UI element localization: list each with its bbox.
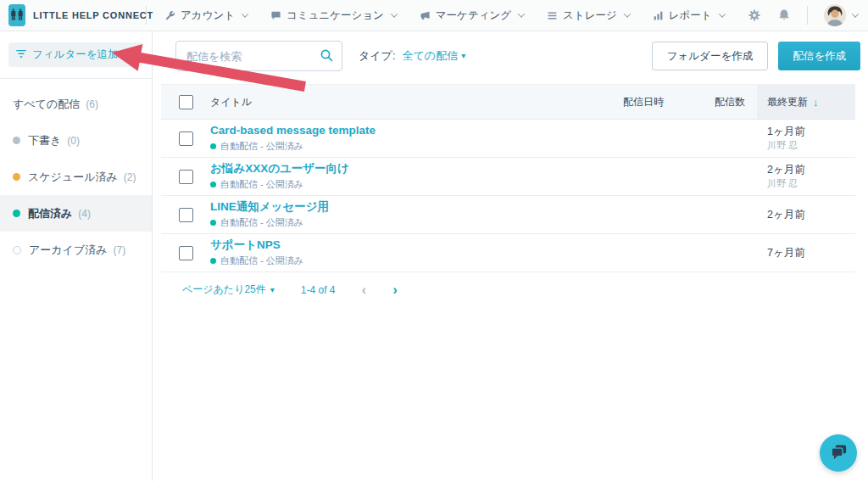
sidebar-item-label: すべての配信 [13, 97, 80, 112]
row-checkbox[interactable] [179, 208, 193, 222]
table-row[interactable]: サポートNPS自動配信 - 公開済み7ヶ月前 [161, 234, 855, 272]
chevron-down-icon [852, 10, 859, 17]
sort-descending-icon: ↓ [813, 96, 819, 109]
published-dot-icon [210, 143, 216, 149]
pagination: ページあたり25件 ▾ 1-4 of 4 ‹ › [182, 282, 868, 297]
sidebar-item-archived[interactable]: アーカイブ済み(7) [0, 232, 152, 268]
type-filter-value: 全ての配信 [403, 48, 459, 64]
table-row[interactable]: お悩みXXXのユーザー向け自動配信 - 公開済み2ヶ月前川野 忍 [161, 158, 855, 196]
delivery-title-link[interactable]: サポートNPS [210, 238, 613, 253]
nav-item-label: マーケティング [436, 8, 511, 23]
delivery-status-label: 自動配信 - 公開済み [220, 254, 303, 267]
topbar: LITTLE HELP CONNECT アカウントコミュニケーションマーケティン… [0, 0, 868, 31]
row-checkbox[interactable] [179, 131, 193, 146]
settings-gear-icon[interactable] [748, 8, 761, 22]
filter-area: フィルターを追加 (1) [0, 31, 152, 78]
title-cell: Card-based message template自動配信 - 公開済み [210, 124, 613, 153]
storage-icon [547, 10, 558, 21]
delivery-status: 自動配信 - 公開済み [210, 216, 613, 229]
wrench-icon [164, 10, 175, 21]
user-avatar[interactable] [824, 4, 846, 26]
sidebar-item-count: (6) [86, 98, 98, 110]
delivery-status: 自動配信 - 公開済み [210, 140, 613, 153]
sidebar-item-count: (0) [67, 135, 80, 147]
table-row[interactable]: Card-based message template自動配信 - 公開済み1ヶ… [161, 120, 855, 158]
report-icon [653, 10, 664, 21]
table-body: Card-based message template自動配信 - 公開済み1ヶ… [161, 120, 855, 272]
title-cell: LINE通知メッセージ用自動配信 - 公開済み [210, 200, 613, 229]
nav-item-report[interactable]: レポート [653, 8, 725, 23]
delivery-title-link[interactable]: お悩みXXXのユーザー向け [210, 162, 613, 176]
type-filter-label: タイプ: [359, 48, 396, 64]
sidebar-item-count: (4) [78, 208, 91, 220]
column-header-delivery-count[interactable]: 配信数 [704, 95, 757, 109]
status-dot-icon [13, 210, 20, 217]
chevron-down-icon [242, 10, 248, 17]
chevron-down-icon [718, 10, 725, 17]
chevron-down-icon [624, 10, 631, 17]
delivery-status: 自動配信 - 公開済み [210, 178, 613, 191]
sidebar-item-all[interactable]: すべての配信(6) [0, 86, 152, 122]
search-input[interactable] [175, 41, 342, 71]
select-all-checkbox[interactable] [179, 95, 193, 109]
sidebar-item-scheduled[interactable]: スケジュール済み(2) [0, 159, 152, 195]
delivery-status-label: 自動配信 - 公開済み [220, 140, 303, 153]
nav-item-storage[interactable]: ストレージ [547, 8, 630, 23]
caret-down-icon: ▾ [270, 286, 275, 294]
status-dot-icon [13, 246, 21, 254]
column-header-delivery-date[interactable]: 配信日時 [613, 95, 704, 109]
updated-author: 川野 忍 [767, 139, 855, 151]
sidebar-item-label: スケジュール済み [28, 170, 118, 185]
search-icon[interactable] [320, 48, 334, 66]
next-page-button[interactable]: › [392, 282, 398, 297]
last-updated-cell: 2ヶ月前 [757, 208, 855, 221]
topbar-divider [146, 6, 147, 25]
chat-bubbles-icon [829, 442, 849, 465]
updated-when: 2ヶ月前 [767, 163, 855, 176]
per-page-dropdown[interactable]: ページあたり25件 ▾ [182, 282, 275, 297]
column-header-title[interactable]: タイトル [210, 95, 613, 109]
prev-page-button[interactable]: ‹ [362, 282, 367, 297]
title-cell: サポートNPS自動配信 - 公開済み [210, 238, 613, 267]
app-logo-icon[interactable] [8, 4, 25, 26]
nav-item-communication[interactable]: コミュニケーション [270, 8, 397, 23]
row-checkbox[interactable] [179, 170, 193, 184]
delivery-title-link[interactable]: Card-based message template [210, 124, 613, 138]
sidebar-item-label: 配信済み [28, 206, 72, 221]
table-row[interactable]: LINE通知メッセージ用自動配信 - 公開済み2ヶ月前 [161, 196, 855, 234]
nav-item-label: ストレージ [563, 8, 617, 23]
toolbar: タイプ: 全ての配信 ▾ フォルダーを作成 配信を作成 [153, 41, 868, 71]
delivery-title-link[interactable]: LINE通知メッセージ用 [210, 200, 613, 215]
type-filter-dropdown[interactable]: 全ての配信 ▾ [403, 48, 466, 64]
notifications-bell-icon[interactable] [777, 8, 791, 22]
chevron-down-icon [391, 10, 398, 17]
nav-item-account[interactable]: アカウント [164, 8, 248, 23]
page-range: 1-4 of 4 [301, 284, 336, 296]
published-dot-icon [210, 220, 216, 226]
chat-icon [270, 10, 281, 21]
nav-item-label: レポート [669, 8, 712, 23]
title-cell: お悩みXXXのユーザー向け自動配信 - 公開済み [210, 162, 613, 191]
chat-widget-button[interactable] [820, 434, 857, 472]
delivery-table: タイトル 配信日時 配信数 最終更新 ↓ Card-based message … [161, 84, 855, 272]
topbar-right [748, 4, 868, 26]
published-dot-icon [210, 182, 216, 187]
caret-down-icon: ▾ [461, 52, 465, 60]
delivery-status: 自動配信 - 公開済み [210, 254, 613, 267]
sidebar-item-sent[interactable]: 配信済み(4) [0, 195, 152, 232]
sidebar-item-draft[interactable]: 下書き(0) [0, 122, 152, 159]
user-menu[interactable] [824, 4, 858, 26]
nav-item-marketing[interactable]: マーケティング [420, 8, 524, 23]
add-filter-button[interactable]: フィルターを追加 (1) [8, 42, 142, 67]
main-nav: アカウントコミュニケーションマーケティングストレージレポート [164, 8, 748, 23]
sidebar-item-label: 下書き [28, 133, 61, 148]
row-checkbox[interactable] [179, 246, 193, 260]
column-header-last-updated[interactable]: 最終更新 ↓ [757, 85, 855, 119]
megaphone-icon [420, 10, 431, 21]
create-delivery-button[interactable]: 配信を作成 [778, 42, 860, 70]
main-content: タイプ: 全ての配信 ▾ フォルダーを作成 配信を作成 タイトル 配信日時 配信… [153, 31, 868, 481]
sidebar-item-label: アーカイブ済み [29, 243, 108, 258]
create-folder-button[interactable]: フォルダーを作成 [652, 42, 768, 70]
table-header-row: タイトル 配信日時 配信数 最終更新 ↓ [161, 84, 855, 120]
filter-funnel-icon [16, 49, 26, 61]
